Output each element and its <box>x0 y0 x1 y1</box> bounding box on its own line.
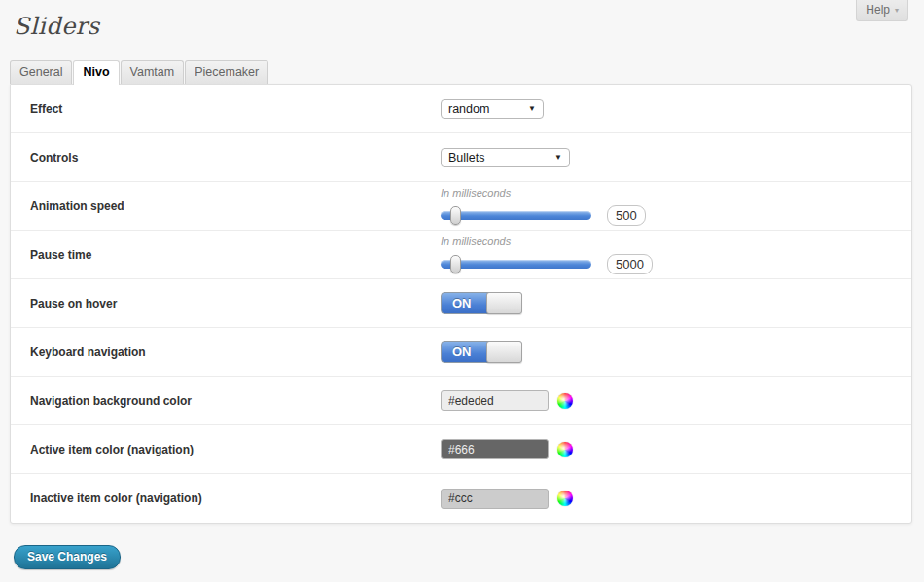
pause-time-slider[interactable] <box>441 260 591 269</box>
nav-background-color-input[interactable] <box>441 390 549 411</box>
row-animation-speed: Animation speed In milliseconds 500 <box>11 182 911 231</box>
inactive-item-color-input[interactable] <box>441 489 549 509</box>
row-controls: Controls Bullets ▼ <box>11 133 911 182</box>
color-picker-icon[interactable] <box>557 393 573 409</box>
save-changes-button[interactable]: Save Changes <box>14 545 121 569</box>
setting-label: Navigation background color <box>11 394 441 408</box>
row-inactive-item-color: Inactive item color (navigation) <box>11 474 911 523</box>
slider-handle[interactable] <box>450 255 461 273</box>
select-value: random <box>448 102 489 116</box>
chevron-down-icon: ▾ <box>895 6 899 15</box>
setting-label: Active item color (navigation) <box>11 443 441 456</box>
setting-label: Inactive item color (navigation) <box>11 491 441 505</box>
row-pause-time: Pause time In milliseconds 5000 <box>11 231 911 279</box>
toggle-state-label: ON <box>452 345 472 359</box>
tab-bar: General Nivo Vamtam Piecemaker <box>10 60 924 84</box>
slider-hint: In milliseconds <box>441 236 911 247</box>
active-item-color-input[interactable] <box>441 439 549 459</box>
tab-piecemaker[interactable]: Piecemaker <box>185 60 268 84</box>
toggle-handle[interactable] <box>486 341 522 363</box>
page-title: Sliders <box>0 0 924 40</box>
slider-handle[interactable] <box>450 206 461 225</box>
chevron-down-icon: ▼ <box>528 104 536 113</box>
setting-label: Keyboard navigation <box>11 346 441 359</box>
tab-nivo[interactable]: Nivo <box>73 60 119 85</box>
keyboard-navigation-toggle[interactable]: ON <box>441 341 522 363</box>
row-pause-on-hover: Pause on hover ON <box>11 279 911 328</box>
chevron-down-icon: ▼ <box>554 153 562 162</box>
slider-value-box: 5000 <box>607 254 653 274</box>
color-picker-icon[interactable] <box>557 491 573 506</box>
animation-speed-slider[interactable] <box>441 211 591 220</box>
color-picker-icon[interactable] <box>557 442 573 457</box>
pause-on-hover-toggle[interactable]: ON <box>441 292 522 314</box>
help-button-label: Help <box>866 3 890 17</box>
tab-general[interactable]: General <box>10 60 72 84</box>
toggle-state-label: ON <box>452 296 472 310</box>
toggle-handle[interactable] <box>486 292 522 314</box>
slider-value-box: 500 <box>607 205 646 226</box>
setting-label: Pause time <box>11 248 441 262</box>
settings-table: Effect random ▼ Controls Bullets ▼ Anima… <box>10 84 912 524</box>
row-active-item-color: Active item color (navigation) <box>11 425 911 474</box>
select-value: Bullets <box>448 151 485 164</box>
help-button[interactable]: Help ▾ <box>856 0 908 21</box>
row-nav-background-color: Navigation background color <box>11 377 911 425</box>
setting-label: Controls <box>11 151 441 164</box>
controls-select[interactable]: Bullets ▼ <box>441 148 570 167</box>
setting-label: Animation speed <box>11 200 441 213</box>
effect-select[interactable]: random ▼ <box>441 99 544 119</box>
row-effect: Effect random ▼ <box>11 85 911 133</box>
setting-label: Effect <box>11 102 441 116</box>
slider-hint: In milliseconds <box>441 187 911 199</box>
row-keyboard-navigation: Keyboard navigation ON <box>11 328 911 377</box>
tab-vamtam[interactable]: Vamtam <box>121 60 185 84</box>
setting-label: Pause on hover <box>11 297 441 310</box>
